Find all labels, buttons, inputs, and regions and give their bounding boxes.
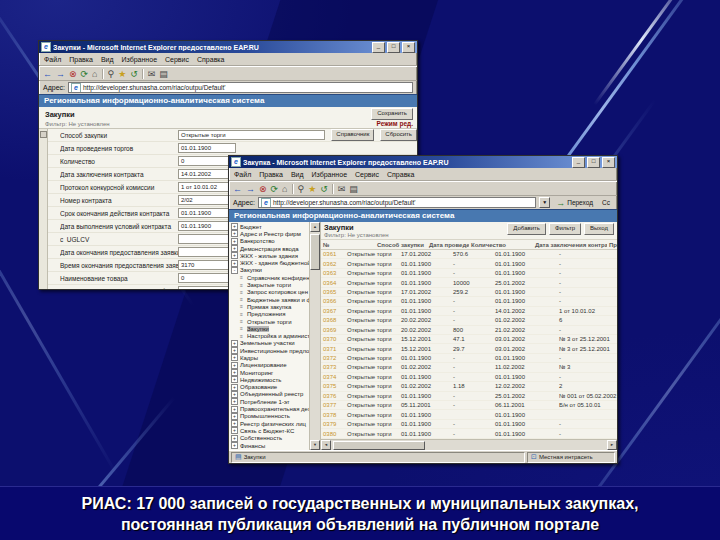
go-button[interactable]: → Переход (553, 197, 596, 209)
tree-item[interactable]: + Правоохранительная деят. (229, 405, 309, 412)
tree-item[interactable]: ≡ Закупки (229, 325, 309, 332)
tree-expander-icon[interactable]: + (231, 347, 238, 354)
table-header-cell[interactable]: Протокол конкурсн. комис. (607, 242, 617, 248)
tree-expander-icon[interactable]: + (231, 413, 238, 420)
record-id-link[interactable]: 0363 (321, 270, 345, 276)
field-input[interactable]: Открытые торги (178, 130, 325, 140)
tree-item[interactable]: + Демонстрация ввода (229, 245, 309, 252)
maximize-button[interactable]: □ (387, 42, 400, 53)
menu-item[interactable]: Правка (69, 56, 93, 63)
scrollbar-thumb[interactable] (310, 234, 320, 270)
tree-expander-icon[interactable]: - (231, 267, 238, 274)
tree-item[interactable]: ≡ Прямая закупка (229, 303, 309, 310)
stop-icon[interactable]: ⊗ (69, 68, 77, 80)
record-id-link[interactable]: 0364 (321, 280, 345, 286)
tree-item[interactable]: + Потребление 1-эт (229, 398, 309, 405)
tree-item[interactable]: ≡ Предложения (229, 311, 309, 318)
menu-item[interactable]: Файл (234, 171, 251, 178)
record-id-link[interactable]: 0380 (321, 431, 345, 437)
tree-expander-icon[interactable]: ≡ (238, 303, 245, 310)
tree-expander-icon[interactable]: + (231, 223, 238, 230)
tree-item[interactable]: + Объединенный реестр (229, 391, 309, 398)
scroll-left-icon[interactable]: ◄ (321, 440, 331, 450)
tree-expander-icon[interactable]: + (231, 406, 238, 413)
title-bar[interactable]: e Закупки - Microsoft Internet Explorer … (39, 41, 417, 53)
tree-expander-icon[interactable]: + (231, 384, 238, 391)
action-button[interactable]: Выход (584, 223, 614, 235)
tree-expander-icon[interactable]: + (231, 442, 238, 449)
table-header-cell[interactable]: Дата проведения торгов (427, 242, 469, 248)
title-bar[interactable]: e Закупка - Microsoft Internet Explorer … (229, 156, 617, 168)
tree-item[interactable]: + Кадры (229, 354, 309, 361)
scrollbar-thumb[interactable] (333, 441, 425, 450)
action-button[interactable]: Добавить (507, 223, 546, 235)
address-dropdown-icon[interactable]: ▼ (539, 197, 550, 208)
tree-item[interactable]: + Собственность (229, 435, 309, 442)
record-id-link[interactable]: 0378 (321, 412, 345, 418)
tree-expander-icon[interactable]: ≡ (238, 318, 245, 325)
favorites-icon[interactable]: ★ (308, 183, 316, 195)
tree-expander-icon[interactable]: ≡ (238, 274, 245, 281)
tree-item[interactable]: + Промышленность (229, 413, 309, 420)
tree-item[interactable]: + Лицензирование (229, 362, 309, 369)
tree-expander-icon[interactable]: + (231, 391, 238, 398)
forward-icon[interactable]: → (56, 68, 65, 80)
reset-button[interactable]: Сбросить (380, 129, 417, 141)
record-id-link[interactable]: 0367 (321, 308, 345, 314)
address-input[interactable]: e http://developer.shunasha.com/riac/out… (68, 82, 413, 93)
tree-item[interactable]: ≡ Бюджетные заявки и фин. (229, 296, 309, 303)
record-id-link[interactable]: 0379 (321, 421, 345, 427)
history-icon[interactable]: ↺ (320, 183, 328, 195)
tree-item[interactable]: + Связь с Бюджет-КС (229, 427, 309, 434)
tree-item[interactable]: + Реестр физических лиц (229, 420, 309, 427)
tree-expander-icon[interactable]: + (231, 354, 238, 361)
stop-icon[interactable]: ⊗ (259, 183, 267, 195)
minimize-button[interactable]: _ (372, 42, 385, 53)
tree-expander-icon[interactable]: ≡ (238, 333, 245, 340)
save-button[interactable]: Сохранить (371, 108, 413, 120)
tree-item[interactable]: + Мониторинг (229, 369, 309, 376)
tree-item[interactable]: + Недвижимость (229, 376, 309, 383)
tree-item[interactable]: + Финансы (229, 442, 309, 449)
home-icon[interactable]: ⌂ (92, 68, 97, 80)
tree-item[interactable]: ≡ Закрытые торги (229, 281, 309, 288)
record-id-link[interactable]: 0372 (321, 355, 345, 361)
back-icon[interactable]: ← (233, 183, 242, 195)
tree-item[interactable]: + Инвестиционные предложения (229, 347, 309, 354)
links-label[interactable]: Сс (599, 199, 613, 206)
maximize-button[interactable]: □ (587, 157, 600, 168)
refresh-icon[interactable]: ⟳ (81, 68, 89, 80)
tree-expander-icon[interactable]: ≡ (238, 289, 245, 296)
tree-item[interactable]: ≡ Открытые торги (229, 318, 309, 325)
back-icon[interactable]: ← (43, 68, 52, 80)
frame-toggle-box[interactable] (40, 131, 47, 138)
close-button[interactable]: × (602, 157, 615, 168)
history-icon[interactable]: ↺ (130, 68, 138, 80)
menu-item[interactable]: Правка (259, 171, 283, 178)
tree-item[interactable]: + ЖКХ - жилые здания (229, 252, 309, 259)
record-id-link[interactable]: 0375 (321, 383, 345, 389)
record-id-link[interactable]: 0373 (321, 364, 345, 370)
record-id-link[interactable]: 0366 (321, 298, 345, 304)
record-id-link[interactable]: 0369 (321, 327, 345, 333)
record-id-link[interactable]: 0361 (321, 251, 345, 257)
table-header-cell[interactable]: Количество (469, 242, 533, 248)
tree-item[interactable]: + Земельные участки (229, 340, 309, 347)
tree-item[interactable]: - Закупки (229, 267, 309, 274)
tree-expander-icon[interactable]: + (231, 398, 238, 405)
tree-expander-icon[interactable]: + (231, 340, 238, 347)
tree-expander-icon[interactable]: ≡ (238, 282, 245, 289)
tree-vertical-scrollbar[interactable]: ▲ ▼ (310, 222, 321, 450)
print-icon[interactable]: ▤ (159, 68, 168, 80)
mail-icon[interactable]: ✉ (148, 68, 156, 80)
print-icon[interactable]: ▤ (349, 183, 358, 195)
tree-item[interactable]: ≡ Справочник конфиденц. (229, 274, 309, 281)
scroll-right-icon[interactable]: ► (607, 440, 617, 450)
tree-expander-icon[interactable]: + (231, 252, 238, 259)
record-id-link[interactable]: 0368 (321, 317, 345, 323)
record-id-link[interactable]: 0377 (321, 402, 345, 408)
tree-expander-icon[interactable]: + (231, 435, 238, 442)
tree-item[interactable]: + ЖКХ - здания бюджетной сф. (229, 259, 309, 266)
action-button[interactable]: Фильтр (549, 223, 581, 235)
address-input[interactable]: e http://developer.shunasha.com/riac/out… (258, 197, 536, 208)
